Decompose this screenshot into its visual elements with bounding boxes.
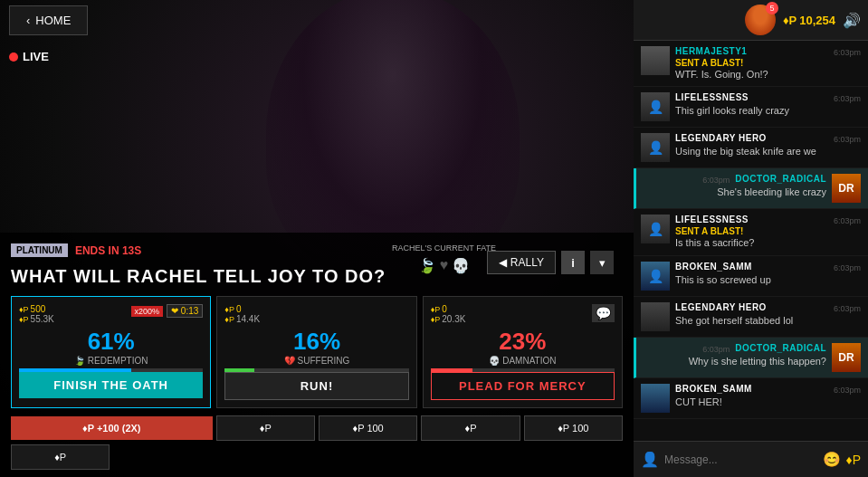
chat-content: LIFELESSNESS 6:03pm This girl looks real… bbox=[675, 92, 861, 117]
chevron-down-button[interactable]: ▾ bbox=[590, 251, 614, 274]
platinum-badge: PLATINUM bbox=[11, 243, 68, 257]
chat-time: 6:03pm bbox=[834, 48, 861, 57]
option3-percentage: 23% bbox=[431, 328, 615, 356]
ip-arrow-btn-1[interactable]: ♦P bbox=[216, 415, 315, 441]
chat-blast-label: SENT A BLAST! bbox=[675, 226, 861, 236]
chat-content: BROKEN_SAMM 6:03pm This is so screwed up bbox=[675, 262, 861, 286]
timer-badge: ❤ 0:13 bbox=[167, 304, 203, 318]
ip-icon: ♦P bbox=[19, 305, 29, 314]
ip-currency-icon: ♦P bbox=[783, 14, 796, 27]
finish-oath-button[interactable]: FINISH THE OATH bbox=[19, 372, 203, 398]
run-button[interactable]: RUN! bbox=[224, 372, 408, 400]
chat-text: CUT HER! bbox=[675, 396, 861, 408]
option2-sublabel: 💔 SUFFERING bbox=[224, 356, 408, 366]
chat-content: LEGENDARY HERO 6:03pm She got herself st… bbox=[675, 302, 861, 327]
chat-text: Using the big steak knife are we bbox=[675, 145, 861, 157]
chat-username: LIFELESSNESS bbox=[675, 92, 749, 102]
chat-username: LIFELESSNESS bbox=[675, 215, 749, 224]
sound-button[interactable]: 🔊 bbox=[843, 12, 861, 29]
option1-sublabel: 🍃 REDEMPTION bbox=[19, 356, 203, 366]
chat-message-right: DR 6:03pm DOCTOR_RADICAL She's bleeding … bbox=[634, 168, 868, 209]
ip-icon: ♦P bbox=[431, 305, 441, 314]
option2-percentage: 16% bbox=[224, 328, 408, 356]
chat-time: 6:03pm bbox=[834, 386, 861, 395]
live-dot-icon bbox=[9, 52, 18, 62]
mercy-button[interactable]: PLEAD FOR MERCY bbox=[431, 372, 615, 400]
chat-avatar bbox=[641, 46, 670, 75]
ip-icon: ♦P bbox=[224, 305, 234, 314]
top-navigation: ‹ HOME bbox=[0, 0, 634, 41]
chat-user-icon: 👤 bbox=[641, 451, 659, 468]
option-finish: ♦P500 ♦P55.3K x200% ❤ 0:13 61% 🍃 REDEMPT… bbox=[11, 296, 211, 408]
live-label: LIVE bbox=[23, 50, 49, 63]
fate-leaf-icon: 🍃 bbox=[418, 257, 436, 274]
chat-message: BROKEN_SAMM 6:03pm CUT HER! bbox=[634, 378, 868, 419]
info-button[interactable]: i bbox=[561, 251, 585, 274]
back-arrow-icon: ‹ bbox=[26, 14, 30, 27]
fate-label: RACHEL'S CURRENT FATE bbox=[392, 243, 496, 253]
chat-time: 6:03pm bbox=[702, 345, 730, 354]
home-button[interactable]: ‹ HOME bbox=[9, 5, 88, 35]
home-label: HOME bbox=[35, 14, 71, 27]
redemption-icon: 🍃 bbox=[74, 356, 85, 366]
ends-label: ENDS IN 13S bbox=[75, 244, 141, 257]
rally-controls: ◀ RALLY i ▾ bbox=[487, 251, 614, 274]
emoji-button[interactable]: 😊 bbox=[823, 451, 841, 468]
ip-arrow-btn-2[interactable]: ♦P bbox=[421, 415, 520, 441]
chat-message: 👤 LIFELESSNESS 6:03pm This girl looks re… bbox=[634, 87, 868, 128]
ip-icon: ♦P bbox=[19, 315, 29, 324]
chat-username: BROKEN_SAMM bbox=[675, 384, 752, 394]
chat-message-right: DR 6:03pm DOCTOR_RADICAL Why is she lett… bbox=[634, 338, 868, 378]
rally-label: RALLY bbox=[510, 256, 544, 269]
chat-message: 👤 LEGENDARY HERO 6:03pm Using the big st… bbox=[634, 128, 868, 168]
chat-username: HERMAJESTY1 bbox=[675, 46, 747, 56]
ip-boost-button[interactable]: ♦P +100 (2X) bbox=[11, 416, 213, 440]
chat-area: HERMAJESTY1 6:03pm SENT A BLAST! WTF. Is… bbox=[634, 41, 868, 419]
chat-message-input[interactable] bbox=[664, 453, 817, 466]
option3-ip-sub: 20.3K bbox=[442, 314, 465, 324]
chat-blast-label: SENT A BLAST! bbox=[675, 58, 861, 68]
chat-icon: 💬 bbox=[592, 304, 615, 322]
chat-text: She got herself stabbed lol bbox=[675, 314, 861, 327]
chat-text: This is so screwed up bbox=[675, 273, 861, 286]
chat-input-area: 👤 😊 ♦P bbox=[634, 441, 868, 477]
ip-send-button[interactable]: ♦P bbox=[846, 453, 861, 467]
chat-avatar: 👤 bbox=[641, 92, 670, 121]
chat-time: 6:03pm bbox=[834, 216, 861, 225]
chat-message: 👤 BROKEN_SAMM 6:03pm This is so screwed … bbox=[634, 256, 868, 297]
chat-sidebar: 5 ♦P 10,254 🔊 HERMAJESTY1 6:03pm SENT A … bbox=[634, 0, 868, 477]
chat-time: 6:03pm bbox=[834, 263, 861, 272]
option1-percentage: 61% bbox=[19, 328, 203, 356]
chat-text: WTF. Is. Going. On!? bbox=[675, 68, 861, 81]
user-bar: 5 ♦P 10,254 🔊 bbox=[634, 0, 868, 41]
ip-display: ♦P 10,254 bbox=[783, 14, 835, 27]
option1-ip-sub: 55.3K bbox=[31, 314, 54, 324]
chat-text: This girl looks really crazy bbox=[675, 104, 861, 117]
poll-options: ♦P500 ♦P55.3K x200% ❤ 0:13 61% 🍃 REDEMPT… bbox=[11, 296, 623, 408]
rachel-fate-area: RACHEL'S CURRENT FATE 🍃 ♥ 💀 bbox=[392, 243, 496, 274]
chat-content: LIFELESSNESS 6:03pm SENT A BLAST! Is thi… bbox=[675, 215, 861, 249]
ip-icon: ♦P bbox=[224, 315, 234, 324]
chat-time: 6:03pm bbox=[834, 135, 861, 144]
chat-avatar: 👤 bbox=[641, 215, 670, 243]
chat-username: DOCTOR_RADICAL bbox=[735, 343, 826, 353]
chat-avatar: 👤 bbox=[641, 133, 670, 162]
ip-small-icon-2: ♦P bbox=[465, 423, 477, 434]
ip-arrow-btn-3[interactable]: ♦P bbox=[11, 444, 110, 470]
ip-100-btn-2[interactable]: ♦P 100 bbox=[524, 415, 623, 441]
ip-small-icon-3: ♦P bbox=[54, 452, 66, 463]
chat-username: LEGENDARY HERO bbox=[675, 302, 767, 312]
chat-message: HERMAJESTY1 6:03pm SENT A BLAST! WTF. Is… bbox=[634, 41, 868, 87]
fate-skull-icon: 💀 bbox=[452, 257, 470, 274]
ip-100-btn-1[interactable]: ♦P 100 bbox=[319, 415, 417, 441]
damnation-icon: 💀 bbox=[489, 356, 500, 366]
ip-small-icon: ♦P bbox=[260, 423, 272, 434]
chat-avatar bbox=[641, 302, 670, 331]
chat-username: DOCTOR_RADICAL bbox=[735, 174, 826, 184]
rally-button[interactable]: ◀ RALLY bbox=[487, 251, 556, 274]
option2-ip-sub: 14.4K bbox=[236, 314, 260, 324]
live-indicator: LIVE bbox=[9, 50, 49, 63]
option1-ip-top: 500 bbox=[31, 304, 46, 314]
chat-username: BROKEN_SAMM bbox=[675, 262, 752, 272]
chat-time: 6:03pm bbox=[834, 94, 861, 103]
